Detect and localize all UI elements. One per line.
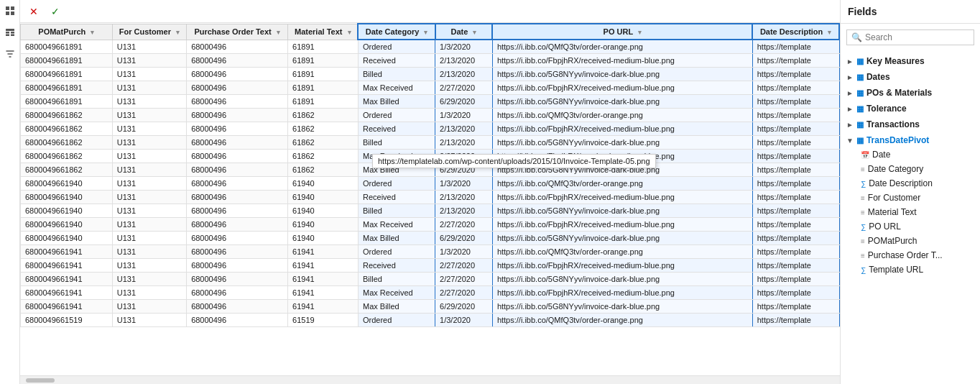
toolbar: ✕ ✓ <box>20 0 840 23</box>
confirm-button[interactable]: ✓ <box>47 4 63 19</box>
field-item-materialtext[interactable]: ≡ Material Text <box>841 205 980 219</box>
field-label-datecategory: Date Category <box>868 164 923 174</box>
col-header-purchaseordertext[interactable]: Purchase Order Text ▾ <box>187 24 288 40</box>
sort-icon-datecategory: ▾ <box>424 29 427 36</box>
svg-rect-3 <box>11 12 14 15</box>
field-group-posmaterials: ► ▦ POs & Materials <box>841 86 980 100</box>
field-label-purchaseordert: Purchase Order T... <box>868 250 943 260</box>
field-group-tolerance: ► ▦ Tolerance <box>841 101 980 116</box>
text-icon-datecategory: ≡ <box>861 165 865 173</box>
field-group-label-tolerance: Tolerance <box>866 104 907 114</box>
table-icon-transdatepivot: ▦ <box>856 136 864 145</box>
sort-icon-pomatpurch: ▾ <box>91 29 94 36</box>
field-group-label-posmaterials: POs & Materials <box>866 88 932 98</box>
sort-icon-date: ▾ <box>473 29 476 36</box>
grid-view-icon[interactable] <box>2 3 18 19</box>
col-header-datedescription[interactable]: Date Description ▾ <box>752 24 839 40</box>
table-row: 6800049661940U1316800049661940Max Receiv… <box>21 218 840 232</box>
field-group-header-tolerance[interactable]: ► ▦ Tolerance <box>841 101 980 116</box>
filter-icon[interactable] <box>2 46 18 62</box>
svg-rect-6 <box>11 32 14 34</box>
sigma-icon-pourl: ∑ <box>861 223 866 231</box>
table-row: 6800049661862U1316800049661862Ordered1/3… <box>21 109 840 122</box>
table-row: 6800049661941U1316800049661941Ordered1/3… <box>21 245 840 259</box>
table-row: 6800049661519U1316800049661519Ordered1/3… <box>21 314 840 327</box>
table-icon-transactions: ▦ <box>856 120 864 129</box>
table-row: 6800049661891U1316800049661891Max Billed… <box>21 95 840 109</box>
table-row: 6800049661940U1316800049661940Received2/… <box>21 191 840 204</box>
field-item-templateurl[interactable]: ∑ Template URL <box>841 262 980 277</box>
svg-rect-5 <box>6 32 9 34</box>
field-group-header-dates[interactable]: ► ▦ Dates <box>841 70 980 84</box>
search-icon: 🔍 <box>851 32 862 42</box>
close-button[interactable]: ✕ <box>26 4 42 19</box>
col-header-datecategory[interactable]: Date Category ▾ <box>358 24 435 40</box>
chevron-dates: ► <box>846 73 854 81</box>
field-label-materialtext: Material Text <box>868 207 917 217</box>
field-label-templateurl: Template URL <box>869 265 923 275</box>
table-row: 6800049661941U1316800049661941Received2/… <box>21 259 840 273</box>
field-label-pourl: PO URL <box>869 221 901 232</box>
table-row: 6800049661940U1316800049661940Max Billed… <box>21 232 840 245</box>
scrollbar-thumb[interactable] <box>26 378 55 383</box>
search-input[interactable] <box>865 32 969 42</box>
field-group-transdatepivot: ▼ ▦ TransDatePivot 📅 Date ≡ Date Categor… <box>841 133 980 277</box>
chevron-keymeasures: ► <box>846 58 854 65</box>
table-row: 6800049661862U1316800049661862Max Receiv… <box>21 150 840 163</box>
field-label-forcustomer: For Customer <box>868 193 920 203</box>
field-item-datedescription[interactable]: ∑ Date Description <box>841 176 980 191</box>
field-group-header-transactions[interactable]: ► ▦ Transactions <box>841 117 980 132</box>
table-row: 6800049661941U1316800049661941Billed2/27… <box>21 273 840 286</box>
col-header-date[interactable]: Date ▾ <box>435 24 493 40</box>
field-item-forcustomer[interactable]: ≡ For Customer <box>841 191 980 205</box>
col-header-forcustomer[interactable]: For Customer ▾ <box>112 24 186 40</box>
svg-rect-2 <box>6 12 9 15</box>
field-item-datecategory[interactable]: ≡ Date Category <box>841 162 980 176</box>
field-label-date: Date <box>872 150 890 160</box>
field-group-header-posmaterials[interactable]: ► ▦ POs & Materials <box>841 86 980 100</box>
svg-rect-4 <box>6 29 14 31</box>
fields-panel-title: Fields <box>841 0 980 24</box>
field-label-pomatpurch: POMatPurch <box>868 236 917 246</box>
sort-icon-purchaseordertext: ▾ <box>277 29 280 36</box>
fields-list: ► ▦ Key Measures ► ▦ Dates ► ▦ POs & Mat… <box>841 51 980 384</box>
field-group-label-transactions: Transactions <box>866 119 920 129</box>
col-header-pourl[interactable]: PO URL ▾ <box>492 24 752 40</box>
chevron-posmaterials: ► <box>846 89 854 97</box>
table-icon-keymeasures: ▦ <box>856 57 864 66</box>
field-group-transactions: ► ▦ Transactions <box>841 117 980 132</box>
svg-rect-8 <box>11 35 14 37</box>
table-icon[interactable] <box>2 24 18 40</box>
field-group-label-keymeasures: Key Measures <box>866 56 925 66</box>
calendar-icon: 📅 <box>861 151 869 159</box>
table-row: 6800049661940U1316800049661940Ordered1/3… <box>21 177 840 191</box>
col-header-pomatpurch[interactable]: POMatPurch ▾ <box>21 24 113 40</box>
field-item-purchaseordert[interactable]: ≡ Purchase Order T... <box>841 248 980 262</box>
sigma-icon-datedescription: ∑ <box>861 180 866 188</box>
table-row: 6800049661891U1316800049661891Received2/… <box>21 54 840 68</box>
field-item-pourl[interactable]: ∑ PO URL <box>841 219 980 234</box>
text-icon-pomatpurch: ≡ <box>861 237 865 245</box>
svg-rect-0 <box>6 6 9 10</box>
table-row: 6800049661891U1316800049661891Max Receiv… <box>21 81 840 95</box>
field-group-label-dates: Dates <box>866 72 890 82</box>
table-row: 6800049661941U1316800049661941Max Billed… <box>21 300 840 314</box>
field-group-header-transdatepivot[interactable]: ▼ ▦ TransDatePivot <box>841 133 980 147</box>
horizontal-scrollbar[interactable] <box>20 375 840 384</box>
col-header-materialtext[interactable]: Material Text ▾ <box>288 24 359 40</box>
data-table-container[interactable]: POMatPurch ▾ For Customer ▾ Purchase Ord… <box>20 23 840 375</box>
sigma-icon-templateurl: ∑ <box>861 266 866 274</box>
chevron-tolerance: ► <box>846 105 854 113</box>
field-item-date[interactable]: 📅 Date <box>841 147 980 162</box>
field-group-header-keymeasures[interactable]: ► ▦ Key Measures <box>841 54 980 68</box>
field-item-pomatpurch[interactable]: ≡ POMatPurch <box>841 234 980 248</box>
svg-rect-1 <box>11 6 14 10</box>
search-box[interactable]: 🔍 <box>846 29 974 45</box>
main-area: ✕ ✓ POMatPurch ▾ For Customer ▾ Purchase… <box>20 0 840 384</box>
table-row: 6800049661940U1316800049661940Billed2/13… <box>21 204 840 218</box>
sort-icon-forcustomer: ▾ <box>176 29 180 36</box>
table-row: 6800049661862U1316800049661862Max Billed… <box>21 163 840 177</box>
chevron-transactions: ► <box>846 121 854 129</box>
fields-panel: Fields 🔍 ► ▦ Key Measures ► ▦ Dates ► <box>840 0 980 384</box>
text-icon-purchaseordert: ≡ <box>861 252 865 260</box>
